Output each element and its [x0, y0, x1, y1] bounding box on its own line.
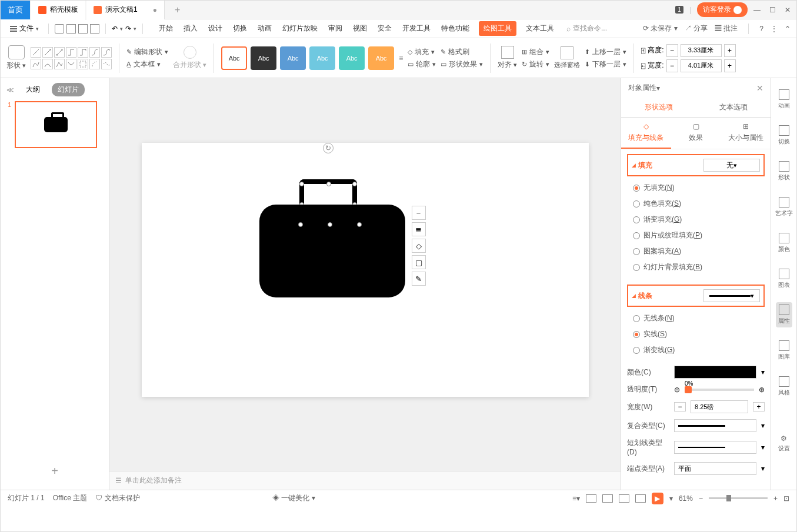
height-input[interactable]: ⍐高度: − + — [641, 44, 735, 57]
side-gallery[interactable]: 图库 — [776, 338, 792, 363]
merge-shape-button[interactable]: 合并形状 ▾ — [173, 46, 206, 70]
menu-transition[interactable]: 切换 — [232, 21, 248, 36]
line-none[interactable]: 无线条(N) — [633, 310, 759, 326]
search-input[interactable]: ⌕ 查找命令... — [566, 24, 607, 34]
move-up-button[interactable]: ⬆ 上移一层 ▾ — [585, 47, 626, 57]
style-3[interactable]: Abc — [280, 46, 306, 70]
menu-text[interactable]: 文本工具 — [525, 21, 555, 36]
width-field[interactable] — [681, 59, 722, 72]
normal-view-icon[interactable] — [586, 494, 596, 503]
side-chart[interactable]: 图表 — [776, 266, 792, 292]
menu-features[interactable]: 特色功能 — [440, 21, 471, 36]
menu-dev[interactable]: 开发工具 — [401, 21, 432, 36]
slide-thumb-1[interactable]: 1 — [8, 101, 102, 148]
line-dash[interactable]: 短划线类型(D)▾ — [621, 435, 771, 459]
reading-view-icon[interactable] — [619, 494, 629, 503]
tab-daoke[interactable]: 稻壳模板 — [31, 1, 85, 19]
maximize-icon[interactable]: ☐ — [769, 6, 776, 14]
style-6[interactable]: Abc — [368, 46, 394, 70]
line-gradient[interactable]: 渐变线(G) — [633, 342, 759, 358]
preview-icon[interactable] — [90, 24, 99, 34]
zoom-out-icon[interactable]: − — [699, 494, 703, 503]
collapse-panel-icon[interactable]: ≪ — [6, 86, 14, 94]
subtab-fill-line[interactable]: ◇填充与线条 — [621, 118, 671, 149]
side-properties[interactable]: 属性 — [776, 302, 792, 327]
shape-styles[interactable]: Abc Abc Abc Abc Abc Abc — [221, 46, 394, 70]
side-shape[interactable]: 形状 — [776, 159, 792, 184]
height-minus[interactable]: − — [666, 44, 678, 57]
move-down-button[interactable]: ⬇ 下移一层 ▾ — [585, 59, 626, 69]
shape-button[interactable]: 形状 ▾ — [6, 45, 26, 71]
height-field[interactable] — [681, 44, 722, 57]
add-slide-button[interactable]: + — [1, 453, 109, 490]
tab-document[interactable]: 演示文稿1● — [86, 1, 165, 19]
float-layers-button[interactable]: ≣ — [412, 222, 426, 236]
float-collapse-button[interactable]: − — [412, 206, 426, 220]
menu-animation[interactable]: 动画 — [256, 21, 273, 36]
format-brush-button[interactable]: ✎ 格式刷 — [441, 47, 483, 57]
width-input[interactable]: ⍇宽度: − + — [641, 59, 735, 72]
fill-gradient[interactable]: 渐变填充(G) — [633, 212, 759, 227]
line-transparency[interactable]: 透明度(T)⊖0%⊕ — [621, 382, 771, 397]
file-menu[interactable]: 文件 ▾ — [6, 24, 42, 34]
redo-icon[interactable]: ↷ — [125, 25, 131, 33]
subtab-effect[interactable]: ▢效果 — [671, 118, 721, 149]
style-1[interactable]: Abc — [221, 46, 247, 70]
fill-select[interactable]: 无 ▾ — [703, 159, 760, 172]
fill-solid[interactable]: 纯色填充(S) — [633, 196, 759, 212]
width-plus[interactable]: + — [724, 59, 736, 72]
width-minus[interactable]: − — [666, 59, 678, 72]
side-wordart[interactable]: 艺术字 — [773, 195, 795, 220]
panel-close-icon[interactable]: ✕ — [756, 83, 763, 93]
fit-icon[interactable]: ⊡ — [783, 494, 789, 503]
line-color[interactable]: 颜色(C)▾ — [621, 363, 771, 382]
line-shapes-grid[interactable] — [31, 47, 112, 69]
float-3d-button[interactable]: ▢ — [412, 255, 426, 269]
outline-tab[interactable]: 大纲 — [20, 83, 46, 96]
menu-slideshow[interactable]: 幻灯片放映 — [281, 21, 319, 36]
more-icon[interactable]: ⋮ — [771, 25, 778, 33]
minimize-icon[interactable]: — — [753, 6, 761, 14]
textbox-button[interactable]: A̲ 文本框 ▾ — [126, 59, 168, 69]
edit-shape-button[interactable]: ✎ 编辑形状 ▾ — [126, 47, 168, 57]
line-width[interactable]: 宽度(W)−8.25磅+ — [621, 397, 771, 416]
menu-design[interactable]: 设计 — [207, 21, 224, 36]
fill-pattern[interactable]: 图案填充(A) — [633, 243, 759, 259]
menu-view[interactable]: 视图 — [352, 21, 368, 36]
tab-home[interactable]: 首页 — [1, 1, 30, 19]
fill-section-header[interactable]: ◢填充 无 ▾ — [627, 154, 765, 176]
height-plus[interactable]: + — [724, 44, 736, 57]
zoom-slider[interactable] — [709, 497, 768, 499]
tab-shape-options[interactable]: 形状选项 — [621, 98, 696, 117]
line-compound[interactable]: 复合类型(C)▾ — [621, 416, 771, 435]
fill-none[interactable]: 无填充(N) — [633, 180, 759, 196]
outline-view-icon[interactable] — [635, 494, 646, 503]
notes-bar[interactable]: ☰ 单击此处添加备注 — [109, 471, 621, 490]
print-icon[interactable] — [78, 24, 88, 34]
side-transition[interactable]: 切换 — [776, 123, 792, 148]
menu-drawing[interactable]: 绘图工具 — [479, 21, 516, 36]
shape-effect-button[interactable]: ▭ 形状效果 ▾ — [441, 59, 483, 69]
open-icon[interactable] — [66, 24, 76, 34]
fill-background[interactable]: 幻灯片背景填充(B) — [633, 259, 759, 275]
login-button[interactable]: 访客登录 — [697, 2, 748, 17]
menu-start[interactable]: 开始 — [158, 21, 174, 36]
line-cap[interactable]: 端点类型(A)平面▾ — [621, 459, 771, 478]
group-button[interactable]: ⊞ 组合 ▾ — [522, 47, 549, 57]
share-button[interactable]: ↗ 分享 — [685, 24, 708, 34]
line-solid[interactable]: 实线(S) — [633, 326, 759, 342]
side-animation[interactable]: 动画 — [776, 87, 792, 112]
line-select[interactable]: ▾ — [703, 289, 760, 302]
close-icon[interactable]: ✕ — [785, 6, 791, 14]
style-4[interactable]: Abc — [309, 46, 335, 70]
tab-add[interactable]: + — [166, 1, 189, 19]
save-icon[interactable] — [55, 24, 64, 34]
slide-canvas[interactable]: ↻ − ≣ ◇ ▢ ✎ — [142, 143, 589, 397]
bag-shape[interactable]: ↻ − ≣ ◇ ▢ ✎ — [259, 205, 405, 297]
rotate-button[interactable]: ↻ 旋转 ▾ — [522, 59, 549, 69]
outline-button[interactable]: ▭ 轮廓 ▾ — [408, 59, 436, 69]
unsaved-status[interactable]: ⟳ 未保存 ▾ — [643, 24, 678, 34]
help-icon[interactable]: ? — [759, 25, 763, 33]
comment-button[interactable]: ☰ 批注 — [715, 24, 738, 34]
protect-status[interactable]: 🛡 文档未保护 — [95, 493, 139, 503]
